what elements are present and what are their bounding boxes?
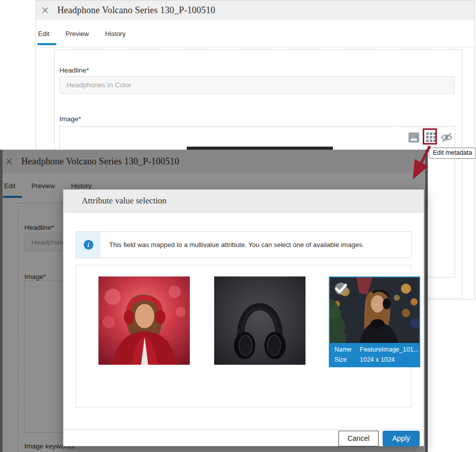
meta-name-label: Name <box>334 346 360 353</box>
image-options-panel: Name FeatureImage_101... Size 1024 x 102… <box>76 265 412 408</box>
selected-check-icon <box>335 283 347 295</box>
tab-edit[interactable]: Edit <box>38 30 49 38</box>
meta-size-value: 1024 x 1024 <box>360 356 419 363</box>
headline-input[interactable] <box>59 76 455 94</box>
image-option-street-portrait-selected[interactable]: Name FeatureImage_101... Size 1024 x 102… <box>329 276 420 367</box>
meta-name-value: FeatureImage_101... <box>360 346 419 353</box>
tab-bar: Edit Preview History <box>36 20 474 48</box>
tab-preview[interactable]: Preview <box>65 30 89 38</box>
dialog-title: Headphone Volcano Series 130_P-100510 <box>57 5 215 16</box>
image-option-red-headphones-portrait[interactable] <box>98 276 190 365</box>
meta-size-label: Size <box>334 356 360 363</box>
image-option-black-headphones[interactable] <box>214 276 305 365</box>
screenshot-stage: ✕ Headphone Volcano Series 130_P-100510 … <box>0 0 476 452</box>
attribute-value-selection-modal: Attribute value selection i This field w… <box>63 189 424 446</box>
selected-image-metadata: Name FeatureImage_101... Size 1024 x 102… <box>330 343 419 366</box>
modal-title: Attribute value selection <box>82 196 166 206</box>
red-portrait-image <box>98 276 190 365</box>
close-icon[interactable]: ✕ <box>41 6 49 15</box>
black-headphones-image <box>214 276 305 365</box>
info-icon: i <box>84 240 93 250</box>
cancel-button[interactable]: Cancel <box>338 431 379 446</box>
headline-label: Headline* <box>59 66 89 74</box>
image-picker-icon[interactable] <box>408 132 420 143</box>
modal-header: Attribute value selection <box>63 190 424 213</box>
hide-field-eye-slash-icon[interactable] <box>440 132 453 143</box>
modal-footer: Cancel Apply <box>63 429 424 447</box>
apply-button[interactable]: Apply <box>383 431 420 446</box>
dialog-titlebar: ✕ Headphone Volcano Series 130_P-100510 <box>36 1 474 20</box>
tab-history[interactable]: History <box>105 30 125 38</box>
info-message: This field was mapped to a multivalue at… <box>100 232 411 258</box>
image-label: Image* <box>59 115 81 123</box>
info-banner: i This field was mapped to a multivalue … <box>76 231 412 258</box>
active-tab-underline <box>38 43 56 45</box>
annotation-arrow <box>403 144 439 182</box>
info-icon-cell: i <box>76 232 100 258</box>
annotation-highlight-box <box>423 128 437 145</box>
